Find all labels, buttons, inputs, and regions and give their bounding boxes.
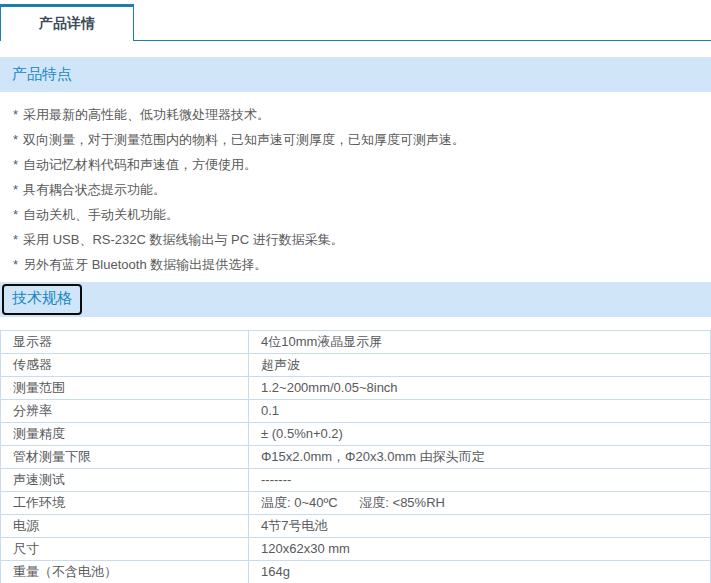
tab-label: 产品详情 — [39, 15, 95, 33]
spec-value: 4位10mm液晶显示屏 — [249, 331, 711, 354]
spec-label: 显示器 — [1, 331, 249, 354]
feature-item: *采用最新的高性能、低功耗微处理器技术。 — [13, 107, 701, 123]
feature-text: 另外有蓝牙 Bluetooth 数据输出提供选择。 — [23, 257, 267, 272]
spec-row: 尺寸 120x62x30 mm — [1, 538, 711, 561]
feature-item: *自动关机、手动关机功能。 — [13, 207, 701, 223]
spec-label: 工作环境 — [1, 492, 249, 515]
spec-value: 4节7号电池 — [249, 515, 711, 538]
product-detail-panel: 产品详情 产品特点 *采用最新的高性能、低功耗微处理器技术。 *双向测量，对于测… — [0, 4, 711, 583]
spec-row: 测量范围 1.2~200mm/0.05~8inch — [1, 377, 711, 400]
section-header-features: 产品特点 — [0, 57, 711, 92]
spec-value: 温度: 0~40ºC 湿度: <85%RH — [249, 492, 711, 515]
spec-row: 重量（不含电池） 164g — [1, 561, 711, 583]
feature-text: 双向测量，对于测量范围内的物料，已知声速可测厚度，已知厚度可测声速。 — [23, 132, 465, 147]
feature-item: *采用 USB、RS-232C 数据线输出与 PC 进行数据采集。 — [13, 232, 701, 248]
feature-item: *具有耦合状态提示功能。 — [13, 182, 701, 198]
feature-text: 采用最新的高性能、低功耗微处理器技术。 — [23, 107, 270, 122]
spec-label: 电源 — [1, 515, 249, 538]
specs-title-focus-ring[interactable]: 技术规格 — [2, 284, 82, 315]
bullet-asterisk-icon: * — [13, 257, 18, 272]
tab-bar: 产品详情 — [0, 4, 711, 41]
tab-product-details[interactable]: 产品详情 — [0, 4, 134, 41]
bullet-asterisk-icon: * — [13, 132, 18, 147]
spec-value: 0.1 — [249, 400, 711, 423]
section-header-specs: 技术规格 — [0, 282, 711, 317]
feature-text: 自动关机、手动关机功能。 — [23, 207, 179, 222]
spec-label: 声速测试 — [1, 469, 249, 492]
spec-row: 传感器 超声波 — [1, 354, 711, 377]
spec-row: 显示器 4位10mm液晶显示屏 — [1, 331, 711, 354]
bullet-asterisk-icon: * — [13, 157, 18, 172]
bullet-asterisk-icon: * — [13, 232, 18, 247]
spec-value: ------- — [249, 469, 711, 492]
spec-label: 重量（不含电池） — [1, 561, 249, 583]
bullet-asterisk-icon: * — [13, 182, 18, 197]
spec-row: 测量精度 ± (0.5%n+0.2) — [1, 423, 711, 446]
feature-text: 自动记忆材料代码和声速值，方便使用。 — [23, 157, 257, 172]
spec-row: 电源 4节7号电池 — [1, 515, 711, 538]
spec-row: 管材测量下限 Φ15x2.0mm，Φ20x3.0mm 由探头而定 — [1, 446, 711, 469]
spec-row: 声速测试 ------- — [1, 469, 711, 492]
spec-value: 164g — [249, 561, 711, 583]
bullet-asterisk-icon: * — [13, 107, 18, 122]
feature-text: 具有耦合状态提示功能。 — [23, 182, 166, 197]
spec-label: 传感器 — [1, 354, 249, 377]
spec-value: 1.2~200mm/0.05~8inch — [249, 377, 711, 400]
feature-item: *另外有蓝牙 Bluetooth 数据输出提供选择。 — [13, 257, 701, 273]
feature-text: 采用 USB、RS-232C 数据线输出与 PC 进行数据采集。 — [23, 232, 344, 247]
feature-item: *自动记忆材料代码和声速值，方便使用。 — [13, 157, 701, 173]
features-title: 产品特点 — [12, 65, 72, 82]
spec-value: 120x62x30 mm — [249, 538, 711, 561]
specs-table: 显示器 4位10mm液晶显示屏 传感器 超声波 测量范围 1.2~200mm/0… — [0, 330, 711, 583]
spec-label: 测量精度 — [1, 423, 249, 446]
spec-label: 测量范围 — [1, 377, 249, 400]
specs-title: 技术规格 — [12, 289, 72, 306]
spec-label: 尺寸 — [1, 538, 249, 561]
bullet-asterisk-icon: * — [13, 207, 18, 222]
spec-label: 分辨率 — [1, 400, 249, 423]
spec-value: ± (0.5%n+0.2) — [249, 423, 711, 446]
spec-label: 管材测量下限 — [1, 446, 249, 469]
spec-row: 工作环境 温度: 0~40ºC 湿度: <85%RH — [1, 492, 711, 515]
feature-list: *采用最新的高性能、低功耗微处理器技术。 *双向测量，对于测量范围内的物料，已知… — [0, 107, 711, 273]
feature-item: *双向测量，对于测量范围内的物料，已知声速可测厚度，已知厚度可测声速。 — [13, 132, 701, 148]
spec-value: Φ15x2.0mm，Φ20x3.0mm 由探头而定 — [249, 446, 711, 469]
spec-value: 超声波 — [249, 354, 711, 377]
spec-row: 分辨率 0.1 — [1, 400, 711, 423]
